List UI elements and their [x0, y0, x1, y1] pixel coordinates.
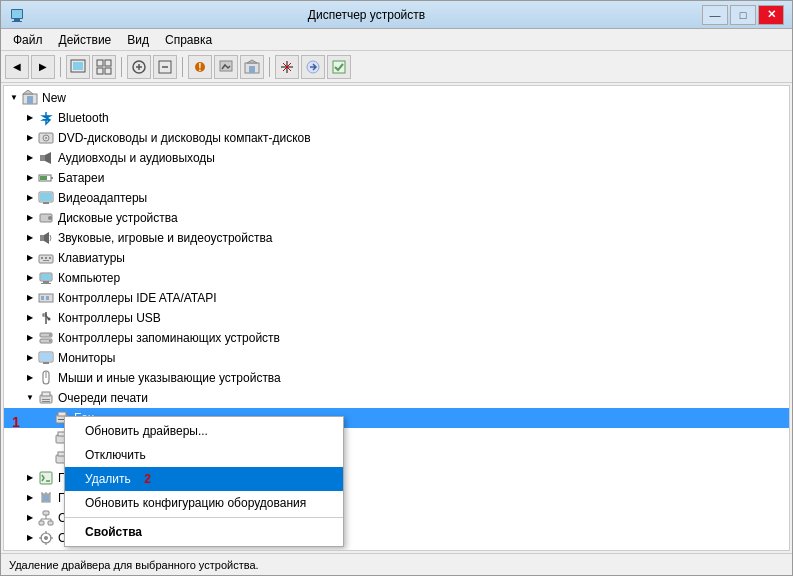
monitors-arrow: ▶: [24, 352, 36, 364]
disk-arrow: ▶: [24, 212, 36, 224]
keyboard-icon: [38, 250, 54, 266]
tree-item-storage[interactable]: ▶ Контроллеры запоминающих устройств: [4, 328, 789, 348]
toolbar-separator-2: [121, 57, 122, 77]
tree-item-dvd[interactable]: ▶ DVD-дисководы и дисководы компакт-диск…: [4, 128, 789, 148]
svg-point-91: [44, 536, 48, 540]
audio-arrow: ▶: [24, 152, 36, 164]
toolbar-btn-9[interactable]: [301, 55, 325, 79]
battery-arrow: ▶: [24, 172, 36, 184]
menu-bar: Файл Действие Вид Справка: [1, 29, 792, 51]
ctx-update-drivers[interactable]: Обновить драйверы...: [65, 419, 343, 443]
forward-button[interactable]: ▶: [31, 55, 55, 79]
menu-action[interactable]: Действие: [51, 31, 120, 49]
close-button[interactable]: ✕: [758, 5, 784, 25]
maximize-button[interactable]: □: [730, 5, 756, 25]
ctx-delete[interactable]: Удалить 2: [65, 467, 343, 491]
toolbar-btn-7[interactable]: [240, 55, 264, 79]
menu-file[interactable]: Файл: [5, 31, 51, 49]
tree-item-ide[interactable]: ▶ Контроллеры IDE ATA/ATAPI: [4, 288, 789, 308]
storage-label: Контроллеры запоминающих устройств: [58, 329, 280, 347]
toolbar: ◀ ▶ !: [1, 51, 792, 83]
tree-item-bluetooth[interactable]: ▶ Bluetooth: [4, 108, 789, 128]
disk-icon: [38, 210, 54, 226]
toolbar-btn-4[interactable]: [153, 55, 177, 79]
menu-view[interactable]: Вид: [119, 31, 157, 49]
devices-label: Устрой...: [58, 549, 106, 551]
tree-item-print-queue[interactable]: ▼ Очереди печати: [4, 388, 789, 408]
progs-icon: [38, 470, 54, 486]
svg-rect-79: [43, 495, 49, 501]
window-title: Диспетчер устройств: [31, 8, 702, 22]
ctx-delete-label: Удалить: [85, 472, 131, 486]
tree-item-sound[interactable]: ▶ Звуковые, игровые и видеоустройства: [4, 228, 789, 248]
tree-item-display[interactable]: ▶ Видеоадаптеры: [4, 188, 789, 208]
toolbar-btn-3[interactable]: [127, 55, 151, 79]
tree-item-disk[interactable]: ▶ Дисковые устройства: [4, 208, 789, 228]
tree-item-keyboard[interactable]: ▶ Клавиатуры: [4, 248, 789, 268]
dvd-label: DVD-дисководы и дисководы компакт-дисков: [58, 129, 311, 147]
ctx-properties[interactable]: Свойства: [65, 520, 343, 544]
svg-rect-8: [97, 68, 103, 74]
main-content: ▼ New ▶ Bluetooth: [1, 83, 792, 553]
tree-item-usb[interactable]: ▶ Контроллеры USB: [4, 308, 789, 328]
tree-item-battery[interactable]: ▶ Батареи: [4, 168, 789, 188]
mice-arrow: ▶: [24, 372, 36, 384]
toolbar-btn-5[interactable]: !: [188, 55, 212, 79]
tree-item-mice[interactable]: ▶ Мыши и иные указывающие устройства: [4, 368, 789, 388]
title-bar: Диспетчер устройств — □ ✕: [1, 1, 792, 29]
svg-marker-24: [23, 90, 33, 94]
audio-icon: [38, 150, 54, 166]
svg-rect-33: [40, 176, 47, 180]
ctx-update-config[interactable]: Обновить конфигурацию оборудования: [65, 491, 343, 515]
svg-rect-62: [40, 353, 52, 361]
toolbar-btn-2[interactable]: [92, 55, 116, 79]
ctx-disable[interactable]: Отключить: [65, 443, 343, 467]
ide-arrow: ▶: [24, 292, 36, 304]
svg-rect-25: [27, 96, 33, 104]
monitors-label: Мониторы: [58, 349, 115, 367]
tree-item-monitors[interactable]: ▶ Мониторы: [4, 348, 789, 368]
svg-rect-85: [48, 521, 53, 525]
svg-rect-67: [42, 399, 50, 400]
mice-icon: [38, 370, 54, 386]
svg-rect-39: [40, 235, 44, 241]
svg-point-59: [49, 334, 51, 336]
sound-label: Звуковые, игровые и видеоустройства: [58, 229, 272, 247]
menu-help[interactable]: Справка: [157, 31, 220, 49]
network-icon: [38, 510, 54, 526]
usb-icon: [38, 310, 54, 326]
battery-icon: [38, 170, 54, 186]
bluetooth-label: Bluetooth: [58, 109, 109, 127]
main-window: Диспетчер устройств — □ ✕ Файл Действие …: [0, 0, 793, 576]
back-button[interactable]: ◀: [5, 55, 29, 79]
system-arrow: ▶: [24, 532, 36, 544]
toolbar-btn-10[interactable]: [327, 55, 351, 79]
tree-item-devices[interactable]: ▶ Устрой...: [4, 548, 789, 551]
svg-rect-5: [73, 62, 83, 70]
print-arrow: ▼: [24, 392, 36, 404]
device-tree[interactable]: ▼ New ▶ Bluetooth: [3, 85, 790, 551]
svg-rect-84: [39, 521, 44, 525]
svg-rect-52: [46, 296, 49, 300]
display-arrow: ▶: [24, 192, 36, 204]
minimize-button[interactable]: —: [702, 5, 728, 25]
sound-icon: [38, 230, 54, 246]
tree-root[interactable]: ▼ New: [4, 88, 789, 108]
toolbar-btn-1[interactable]: [66, 55, 90, 79]
audio-label: Аудиовходы и аудиовыходы: [58, 149, 215, 167]
svg-rect-51: [41, 296, 44, 300]
dvd-arrow: ▶: [24, 132, 36, 144]
usb-label: Контроллеры USB: [58, 309, 161, 327]
bluetooth-icon: [38, 110, 54, 126]
svg-rect-47: [41, 274, 51, 280]
app-icon: [9, 7, 25, 23]
display-icon: [38, 190, 54, 206]
tree-item-computer[interactable]: ▶ Компьютер: [4, 268, 789, 288]
tree-item-audio[interactable]: ▶ Аудиовходы и аудиовыходы: [4, 148, 789, 168]
toolbar-btn-6[interactable]: [214, 55, 238, 79]
system-icon: [38, 530, 54, 546]
monitors-icon: [38, 350, 54, 366]
toolbar-btn-8[interactable]: [275, 55, 299, 79]
sound-arrow: ▶: [24, 232, 36, 244]
storage-arrow: ▶: [24, 332, 36, 344]
